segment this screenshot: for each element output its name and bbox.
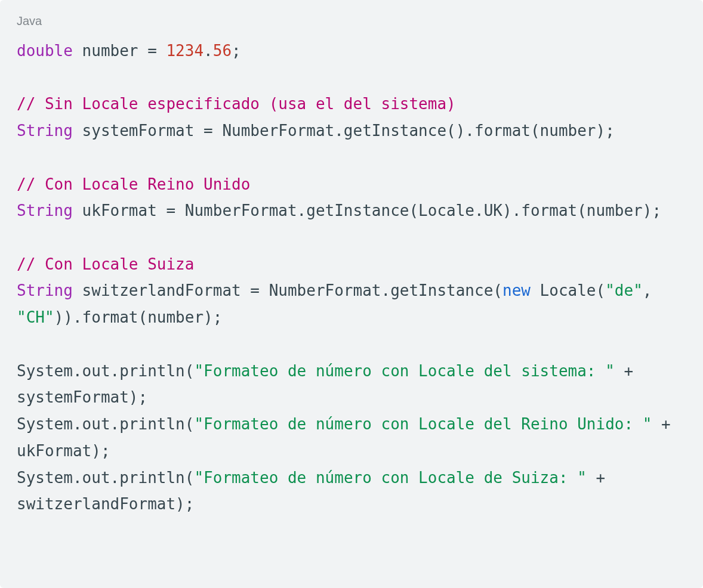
code-content: double number = 1234.56; // Sin Locale e…: [17, 38, 686, 518]
code-text: ;: [232, 42, 241, 60]
code-text: .: [204, 42, 213, 60]
string-literal: "CH": [17, 308, 54, 326]
language-label: Java: [17, 14, 686, 28]
string-literal: "Formateo de número con Locale del Reino…: [194, 415, 652, 433]
type-string: String: [17, 281, 73, 299]
code-text: systemFormat = NumberFormat.getInstance(…: [73, 122, 615, 140]
code-text: switzerlandFormat = NumberFormat.getInst…: [73, 281, 502, 299]
blank-line: [17, 148, 26, 166]
code-text: System.out.println(: [17, 362, 194, 380]
blank-line: [17, 69, 26, 86]
blank-line: [17, 228, 26, 246]
code-text: )).format(number);: [54, 308, 223, 326]
code-text: System.out.println(: [17, 415, 194, 433]
code-block: Java double number = 1234.56; // Sin Loc…: [0, 0, 703, 588]
keyword-double: double: [17, 42, 73, 60]
keyword-new: new: [502, 281, 531, 299]
code-text: System.out.println(: [17, 469, 194, 487]
string-literal: "Formateo de número con Locale de Suiza:…: [194, 469, 586, 487]
code-text: ukFormat = NumberFormat.getInstance(Loca…: [73, 202, 661, 219]
comment: // Sin Locale especificado (usa el del s…: [17, 95, 456, 113]
code-text: Locale(: [531, 281, 605, 299]
code-text: ,: [643, 281, 661, 299]
comment: // Con Locale Reino Unido: [17, 175, 250, 193]
string-literal: "de": [605, 281, 643, 299]
number-literal: 1234: [166, 42, 204, 60]
number-literal: 56: [213, 42, 232, 60]
blank-line: [17, 335, 26, 353]
code-text: number =: [73, 42, 166, 60]
type-string: String: [17, 202, 73, 219]
string-literal: "Formateo de número con Locale del siste…: [194, 362, 614, 380]
comment: // Con Locale Suiza: [17, 255, 194, 273]
type-string: String: [17, 122, 73, 140]
